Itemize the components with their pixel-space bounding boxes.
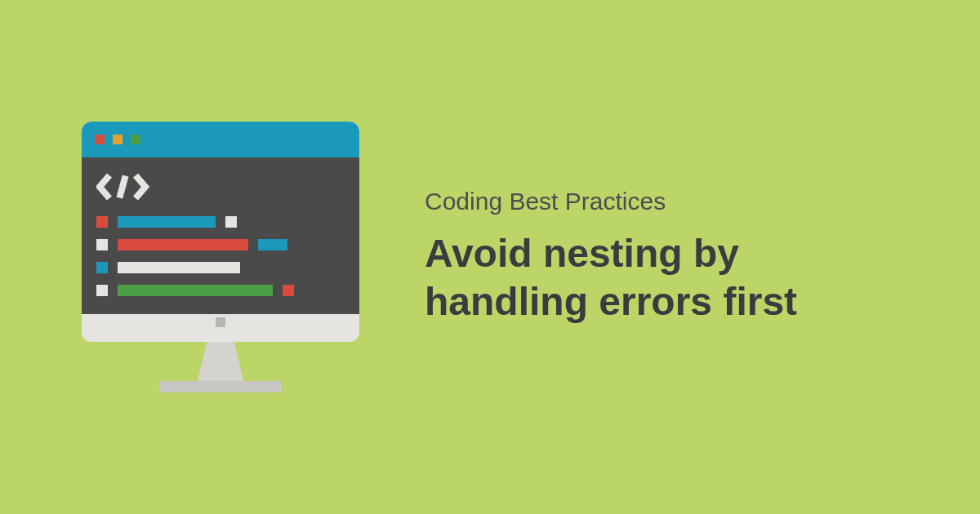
- monitor-screen: [82, 122, 359, 342]
- kicker-text: Coding Best Practices: [425, 188, 898, 215]
- monitor-base: [159, 381, 282, 392]
- code-line: [96, 216, 345, 228]
- code-token-icon: [96, 216, 108, 228]
- traffic-light-minimize-icon: [113, 135, 122, 144]
- power-button-icon: [216, 317, 225, 327]
- code-line: [96, 262, 345, 273]
- code-bar-icon: [118, 262, 240, 273]
- monitor-neck: [198, 342, 243, 381]
- text-content: Coding Best Practices Avoid nesting by h…: [425, 188, 898, 326]
- code-token-icon: [283, 285, 294, 296]
- code-bar-icon: [258, 239, 287, 250]
- code-token-icon: [96, 262, 108, 273]
- headline-text: Avoid nesting by handling errors first: [425, 230, 898, 326]
- code-bar-icon: [118, 285, 273, 296]
- traffic-light-close-icon: [95, 135, 105, 144]
- code-token-icon: [225, 216, 237, 228]
- code-line: [96, 239, 345, 250]
- code-token-icon: [96, 285, 108, 296]
- code-bar-icon: [118, 239, 248, 250]
- window-titlebar: [82, 122, 359, 157]
- svg-rect-0: [117, 175, 129, 198]
- code-editor-area: [82, 157, 359, 314]
- code-bar-icon: [118, 216, 216, 228]
- traffic-light-maximize-icon: [131, 135, 140, 144]
- code-line: [96, 285, 345, 296]
- code-token-icon: [96, 239, 108, 250]
- computer-monitor-illustration: [82, 122, 359, 392]
- code-tag-icon: [96, 172, 345, 202]
